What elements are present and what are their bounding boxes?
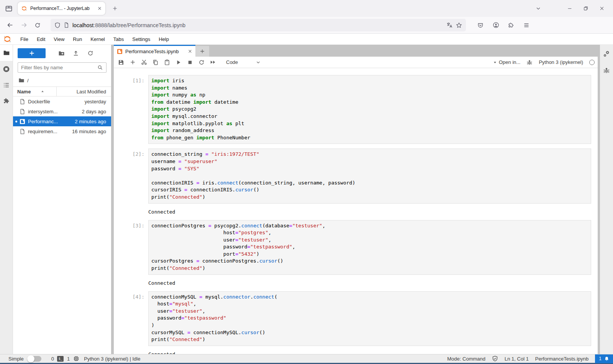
sidebar-tab-debugger[interactable] [603,67,610,74]
code-line: user="testuser", [151,308,588,315]
cell-editor[interactable]: connectionMySQL = mysql.connector.connec… [148,291,591,346]
reload-button[interactable] [31,19,44,31]
code-line: cursorPostgres = connectionPostgres.curs… [151,258,588,265]
file-row[interactable]: Performanc...2 minutes ago [13,116,111,126]
trust-shield-icon[interactable] [492,356,498,362]
code-line: username = "superuser" [151,158,588,165]
url-bar[interactable]: localhost:8888/lab/tree/PerformanceTests… [51,19,466,31]
back-button[interactable] [4,19,16,31]
file-modified: 16 minutes ago [72,129,111,134]
file-row[interactable]: intersystem...2 days ago [13,106,111,116]
run-cell-button[interactable] [175,59,182,65]
kernel-chip-icon[interactable] [73,356,79,362]
sidebar-tab-running[interactable] [0,61,13,77]
refresh-button[interactable] [83,48,98,58]
simple-mode-toggle[interactable] [28,356,41,362]
cell-output-area: Connected [114,207,591,215]
new-folder-button[interactable] [54,48,69,58]
file-filter-box [18,62,107,73]
code-line: import iris [151,77,588,85]
interrupt-kernel-button[interactable] [187,59,193,65]
jupyter-logo [3,35,11,43]
extensions-button[interactable] [505,19,517,31]
new-tab-button[interactable] [109,3,121,14]
file-filter-input[interactable] [21,65,97,70]
terminal-icon[interactable]: $_ [57,356,64,362]
kernel-status-text[interactable]: Python 3 (ipykernel) | Idle [84,356,140,362]
kernel-name[interactable]: Python 3 (ipykernel) [539,59,583,65]
notebook-content[interactable]: [1]:import irisimport namesimport numpy … [114,68,598,354]
browser-tab[interactable]: PerformanceT... - JupyterLab [18,2,105,15]
code-line: print("Connected") [151,336,588,343]
column-header-modified[interactable]: Last Modified [57,89,111,95]
sidebar-tab-filebrowser[interactable] [0,45,13,61]
pocket-button[interactable] [474,19,487,31]
restart-kernel-button[interactable] [198,59,205,65]
cursor-position[interactable]: Ln 1, Col 1 [505,356,529,362]
cell-type-select[interactable]: Code [226,59,261,65]
tab-close-icon[interactable] [188,49,192,54]
cell-editor[interactable]: connectionPostgres = psycopg2.connect(da… [148,220,591,275]
cell-editor[interactable]: import irisimport namesimport numpy as n… [148,75,591,144]
toggle-knob [27,355,34,362]
window-close-button[interactable] [594,2,610,15]
kernel-status-icon[interactable] [589,60,595,65]
add-tab-button[interactable] [195,46,209,57]
cell-prompt: [3]: [114,220,148,275]
list-all-tabs-button[interactable] [530,2,546,15]
notifications-button[interactable]: 1 [595,354,613,363]
file-list: Dockerfileyesterdayintersystem...2 days … [13,96,111,136]
url-host: localhost [72,22,93,28]
file-modified: 2 days ago [82,109,111,114]
notebook-tab[interactable]: PerformanceTests.ipynb [114,45,195,57]
cell-editor[interactable]: connection_string = "iris:1972/TEST"user… [148,149,591,203]
tab-close-icon[interactable] [97,6,102,11]
menu-settings[interactable]: Settings [128,34,154,44]
translate-icon[interactable] [446,22,453,28]
column-header-name[interactable]: Name [13,87,57,96]
new-launcher-button[interactable] [18,48,46,58]
open-in-dropdown[interactable]: Open in... [493,59,520,65]
forward-button[interactable] [18,19,30,31]
copy-cells-button[interactable] [152,59,159,65]
command-mode-indicator[interactable]: Mode: Command [447,356,485,362]
sidebar-tab-toc[interactable] [0,77,13,93]
pocket-icon [477,22,484,28]
sidebar-tab-extensions[interactable] [0,93,13,109]
menu-button[interactable] [520,19,533,31]
debugger-bug-icon[interactable] [526,59,533,65]
bookmark-star-icon[interactable] [456,22,462,28]
sidebar-tab-property-inspector[interactable] [603,50,610,58]
insert-cell-button[interactable] [129,59,136,65]
page-info-icon[interactable] [64,22,69,28]
file-row[interactable]: Dockerfileyesterday [13,96,111,106]
firefox-view-button[interactable] [3,3,15,14]
code-line: from datetime import datetime [151,99,588,106]
file-name: requiremen... [28,129,72,134]
upload-button[interactable] [69,48,83,58]
breadcrumb-root[interactable]: / [27,78,29,83]
menu-help[interactable]: Help [154,34,173,44]
shield-icon[interactable] [54,22,61,28]
menu-run[interactable]: Run [69,34,86,44]
home-folder-icon[interactable] [18,77,25,83]
jupyterlab-main: / Name Last Modified Dockerfileyesterday… [0,45,613,354]
menu-edit[interactable]: Edit [33,34,49,44]
cut-cells-button[interactable] [141,59,147,65]
statusbar-filename[interactable]: PerformanceTests.ipynb [535,356,588,362]
account-button[interactable] [490,19,502,31]
url-text[interactable]: localhost:8888/lab/tree/PerformanceTests… [72,22,443,28]
paste-cells-button[interactable] [164,59,170,65]
window-minimize-button[interactable] [562,2,578,15]
menu-tabs[interactable]: Tabs [109,34,128,44]
code-line: import matplotlib.pyplot as plt [151,120,588,127]
window-restore-button[interactable] [578,2,594,15]
menu-view[interactable]: View [49,34,69,44]
gears-icon [603,50,610,58]
menu-kernel[interactable]: Kernel [86,34,109,44]
restart-run-all-button[interactable] [210,59,216,65]
menu-file[interactable]: File [16,34,33,44]
status-bar: Simple 0 $_ 1 Python 3 (ipykernel) | Idl… [0,354,613,363]
save-button[interactable] [118,59,124,65]
file-row[interactable]: requiremen...16 minutes ago [13,126,111,136]
